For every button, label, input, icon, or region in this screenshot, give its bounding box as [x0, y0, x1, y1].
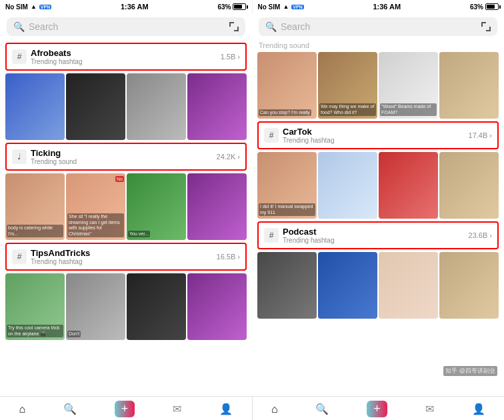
video-overlay-9: Try this cool camera trick on the airpla…: [7, 325, 63, 337]
video-thumb-c1[interactable]: I did it! I manual swapped my 911: [257, 152, 317, 219]
time-right: 1:36 AM: [373, 3, 401, 11]
vpn-badge-right: VPN: [291, 5, 303, 9]
battery-icon-right: [485, 3, 499, 10]
video-overlay-r1: Can you stop? I'm really: [259, 109, 311, 116]
carrier-left: No SIM: [5, 3, 28, 11]
trend-item-afrobeats[interactable]: # Afrobeats Trending hashtag 1.5B ›: [5, 43, 247, 71]
trend-count-podcast: 23.6B ›: [469, 231, 492, 239]
battery-pct-left: 63%: [217, 3, 231, 11]
nav-discover-left[interactable]: 🔍: [63, 403, 77, 415]
nav-inbox-left[interactable]: ✉: [173, 403, 181, 415]
discover-icon-right: 🔍: [315, 403, 329, 415]
video-thumb-7[interactable]: You ver...: [127, 173, 186, 240]
watermark: 知乎 @四哥讲副业: [443, 366, 497, 376]
left-scroll-area[interactable]: # Afrobeats Trending hashtag 1.5B ›: [0, 40, 252, 396]
video-overlay-r3: "Wood" Beams made of FOAM?: [380, 103, 437, 116]
status-right-info: No SIM ▲ VPN: [258, 3, 304, 11]
right-search-bar[interactable]: 🔍 Search: [259, 17, 497, 36]
video-thumb-10[interactable]: Don't: [66, 273, 125, 340]
video-overlay-r2: We may thing we make of food? Who did it…: [319, 103, 376, 116]
left-panel: 🔍 Search # Afrobeats Trending hashtag 1.…: [0, 13, 252, 396]
video-thumb-p3[interactable]: [379, 252, 438, 319]
scan-icon-left[interactable]: [229, 22, 239, 31]
trend-name-afrobeats: Afrobeats: [31, 48, 82, 58]
trend-count-tipsandtricks: 16.5B ›: [217, 253, 240, 261]
video-thumb-c3[interactable]: [379, 152, 438, 219]
video-thumb-9[interactable]: Try this cool camera trick on the airpla…: [5, 273, 65, 340]
wifi-icon-right: ▲: [283, 3, 289, 10]
nav-home-left[interactable]: ⌂: [19, 403, 25, 415]
video-inner-1: [5, 73, 65, 140]
trend-sub-afrobeats: Trending hashtag: [31, 58, 82, 65]
video-thumb-12[interactable]: [187, 273, 247, 340]
trend-sub-podcast: Trending hashtag: [283, 237, 334, 244]
video-thumb-r1[interactable]: Can you stop? I'm really: [257, 52, 317, 119]
trend-count-ticking: 24.2K ›: [217, 153, 240, 161]
video-thumb-2[interactable]: [66, 73, 125, 140]
video-overlay-7: You ver...: [128, 231, 150, 237]
trend-info-cartok: # CarTok Trending hashtag: [264, 127, 334, 144]
trend-text-ticking: Ticking Trending sound: [31, 148, 77, 165]
main-content: 🔍 Search # Afrobeats Trending hashtag 1.…: [0, 13, 504, 396]
video-thumb-6[interactable]: She sit "I really the dreaming can I get…: [66, 173, 125, 240]
video-thumb-3[interactable]: [127, 73, 186, 140]
status-right-icons-right: 63%: [470, 3, 499, 11]
trend-sub-tipsandtricks: Trending hashtag: [31, 258, 90, 265]
video-overlay-c1: I did it! I manual swapped my 911: [259, 203, 315, 216]
trend-item-cartok[interactable]: # CarTok Trending hashtag 17.4B ›: [257, 121, 499, 149]
status-right: No SIM ▲ VPN 1:36 AM 63%: [252, 0, 505, 13]
video-thumb-1[interactable]: [5, 73, 65, 140]
trend-item-ticking[interactable]: ♩ Ticking Trending sound 24.2K ›: [5, 143, 247, 171]
video-thumb-p4[interactable]: [439, 252, 499, 319]
left-search-bar[interactable]: 🔍 Search: [7, 17, 245, 36]
inbox-icon-right: ✉: [425, 403, 434, 415]
video-inner-2: [66, 73, 125, 140]
video-overlay-6: She sit "I really the dreaming can I get…: [67, 213, 124, 237]
nav-add-left[interactable]: +: [115, 401, 135, 417]
nav-add-right[interactable]: +: [367, 401, 387, 417]
discover-icon-left: 🔍: [63, 403, 77, 415]
video-thumb-r2[interactable]: We may thing we make of food? Who did it…: [318, 52, 377, 119]
trend-info-tipsandtricks: # TipsAndTricks Trending hashtag: [12, 248, 90, 265]
add-button-right[interactable]: +: [367, 401, 387, 417]
trend-item-tipsandtricks[interactable]: # TipsAndTricks Trending hashtag 16.5B ›: [5, 243, 247, 271]
video-thumb-c4[interactable]: [439, 152, 499, 219]
inbox-icon-left: ✉: [173, 403, 181, 415]
right-panel: 🔍 Search Trending sound Can you stop? I'…: [252, 13, 504, 396]
video-thumb-r3[interactable]: "Wood" Beams made of FOAM?: [379, 52, 438, 119]
nav-me-right[interactable]: 👤: [472, 403, 485, 415]
video-inner-4: [187, 73, 247, 140]
scan-icon-right[interactable]: [481, 22, 491, 31]
video-grid-ticking: body is catering while I'm... She sit "I…: [5, 173, 247, 240]
video-thumb-c2[interactable]: [318, 152, 377, 219]
status-bar: No SIM ▲ VPN 1:36 AM 63% No SIM ▲ VPN 1:…: [0, 0, 504, 13]
me-icon-right: 👤: [472, 403, 485, 415]
video-thumb-r4[interactable]: [439, 52, 499, 119]
trend-info-afrobeats: # Afrobeats Trending hashtag: [12, 48, 82, 65]
nav-discover-right[interactable]: 🔍: [315, 403, 329, 415]
nav-home-right[interactable]: ⌂: [271, 403, 278, 415]
carrier-right: No SIM: [258, 3, 281, 11]
trend-name-podcast: Podcast: [283, 227, 334, 237]
battery-pct-right: 63%: [470, 3, 483, 11]
video-grid-top-right: Can you stop? I'm really We may thing we…: [257, 52, 499, 119]
vpn-badge-left: VPN: [39, 5, 51, 9]
video-thumb-p2[interactable]: [318, 252, 377, 319]
video-thumb-p1[interactable]: [257, 252, 317, 319]
trend-name-cartok: CarTok: [283, 127, 334, 137]
right-scroll-area[interactable]: Can you stop? I'm really We may thing we…: [252, 52, 504, 396]
video-tag-6: No: [115, 176, 124, 182]
status-left: No SIM ▲ VPN 1:36 AM 63%: [0, 0, 252, 13]
trend-item-podcast[interactable]: # Podcast Trending hashtag 23.6B ›: [257, 221, 499, 249]
battery-icon-left: [233, 3, 246, 10]
video-thumb-4[interactable]: [187, 73, 247, 140]
nav-me-left[interactable]: 👤: [219, 403, 233, 415]
add-button-left[interactable]: +: [115, 401, 135, 417]
video-thumb-11[interactable]: [127, 273, 186, 340]
video-thumb-5[interactable]: body is catering while I'm...: [5, 173, 65, 240]
search-icon-left: 🔍: [13, 21, 25, 32]
video-thumb-8[interactable]: [187, 173, 247, 240]
bottom-nav: ⌂ 🔍 + ✉ 👤 ⌂ 🔍 + ✉ 👤: [0, 396, 504, 420]
nav-inbox-right[interactable]: ✉: [425, 403, 434, 415]
hashtag-icon-podcast: #: [264, 228, 279, 243]
